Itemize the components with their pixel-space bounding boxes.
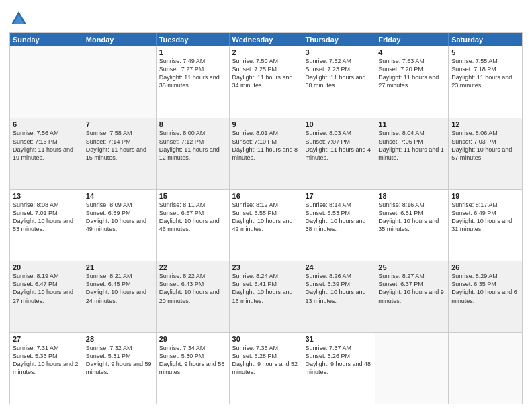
calendar-cell: 19Sunrise: 8:17 AM Sunset: 6:49 PM Dayli… xyxy=(449,190,522,261)
cell-info: Sunrise: 8:03 AM Sunset: 7:07 PM Dayligh… xyxy=(305,129,372,162)
day-number: 9 xyxy=(232,120,300,128)
cell-info: Sunrise: 8:14 AM Sunset: 6:53 PM Dayligh… xyxy=(305,201,372,234)
calendar-row: 13Sunrise: 8:08 AM Sunset: 7:01 PM Dayli… xyxy=(10,189,522,261)
calendar-cell: 16Sunrise: 8:12 AM Sunset: 6:55 PM Dayli… xyxy=(230,190,303,261)
day-number: 30 xyxy=(232,335,300,343)
calendar-row: 20Sunrise: 8:19 AM Sunset: 6:47 PM Dayli… xyxy=(10,261,522,332)
calendar-cell: 21Sunrise: 8:21 AM Sunset: 6:45 PM Dayli… xyxy=(83,261,157,332)
calendar-cell: 6Sunrise: 7:56 AM Sunset: 7:16 PM Daylig… xyxy=(10,118,83,189)
calendar-page: SundayMondayTuesdayWednesdayThursdayFrid… xyxy=(0,0,532,411)
calendar-cell: 13Sunrise: 8:08 AM Sunset: 7:01 PM Dayli… xyxy=(10,190,83,261)
cell-info: Sunrise: 7:49 AM Sunset: 7:27 PM Dayligh… xyxy=(159,57,226,90)
calendar-body: 1Sunrise: 7:49 AM Sunset: 7:27 PM Daylig… xyxy=(10,46,522,404)
day-number: 25 xyxy=(378,263,445,271)
calendar-cell: 7Sunrise: 7:58 AM Sunset: 7:14 PM Daylig… xyxy=(83,118,157,189)
calendar-cell: 12Sunrise: 8:06 AM Sunset: 7:03 PM Dayli… xyxy=(449,118,522,189)
calendar-cell: 4Sunrise: 7:53 AM Sunset: 7:20 PM Daylig… xyxy=(375,46,449,118)
page-header xyxy=(9,7,523,28)
calendar-cell: 1Sunrise: 7:49 AM Sunset: 7:27 PM Daylig… xyxy=(157,46,230,118)
calendar-cell: 29Sunrise: 7:34 AM Sunset: 5:30 PM Dayli… xyxy=(157,333,230,404)
cell-info: Sunrise: 7:31 AM Sunset: 5:33 PM Dayligh… xyxy=(13,344,80,377)
day-number: 1 xyxy=(159,48,226,56)
calendar-cell xyxy=(449,333,522,404)
day-number: 2 xyxy=(232,48,300,56)
calendar-cell: 9Sunrise: 8:01 AM Sunset: 7:10 PM Daylig… xyxy=(230,118,303,189)
cell-info: Sunrise: 8:26 AM Sunset: 6:39 PM Dayligh… xyxy=(305,272,372,305)
cell-info: Sunrise: 7:52 AM Sunset: 7:23 PM Dayligh… xyxy=(305,57,372,90)
logo xyxy=(9,9,31,28)
day-number: 3 xyxy=(305,48,372,56)
calendar-row: 1Sunrise: 7:49 AM Sunset: 7:27 PM Daylig… xyxy=(10,46,522,118)
day-number: 19 xyxy=(451,192,519,200)
cell-info: Sunrise: 7:32 AM Sunset: 5:31 PM Dayligh… xyxy=(86,344,153,377)
day-number: 5 xyxy=(451,48,519,56)
cell-info: Sunrise: 8:12 AM Sunset: 6:55 PM Dayligh… xyxy=(232,201,300,234)
calendar-cell: 8Sunrise: 8:00 AM Sunset: 7:12 PM Daylig… xyxy=(157,118,230,189)
day-number: 10 xyxy=(305,120,372,128)
cell-info: Sunrise: 8:22 AM Sunset: 6:43 PM Dayligh… xyxy=(159,272,226,305)
cell-info: Sunrise: 8:16 AM Sunset: 6:51 PM Dayligh… xyxy=(378,201,445,234)
calendar-cell xyxy=(10,46,83,118)
calendar-cell: 27Sunrise: 7:31 AM Sunset: 5:33 PM Dayli… xyxy=(10,333,83,404)
cell-info: Sunrise: 8:19 AM Sunset: 6:47 PM Dayligh… xyxy=(13,272,80,305)
calendar-cell: 17Sunrise: 8:14 AM Sunset: 6:53 PM Dayli… xyxy=(302,190,375,261)
day-number: 17 xyxy=(305,192,372,200)
cell-info: Sunrise: 7:58 AM Sunset: 7:14 PM Dayligh… xyxy=(86,129,153,162)
calendar-cell: 11Sunrise: 8:04 AM Sunset: 7:05 PM Dayli… xyxy=(375,118,449,189)
day-number: 24 xyxy=(305,263,372,271)
calendar-header: SundayMondayTuesdayWednesdayThursdayFrid… xyxy=(10,33,522,46)
day-number: 31 xyxy=(305,335,372,343)
calendar-cell: 24Sunrise: 8:26 AM Sunset: 6:39 PM Dayli… xyxy=(302,261,375,332)
calendar-row: 27Sunrise: 7:31 AM Sunset: 5:33 PM Dayli… xyxy=(10,332,522,404)
day-number: 6 xyxy=(13,120,80,128)
calendar-cell: 20Sunrise: 8:19 AM Sunset: 6:47 PM Dayli… xyxy=(10,261,83,332)
calendar-cell: 25Sunrise: 8:27 AM Sunset: 6:37 PM Dayli… xyxy=(375,261,449,332)
calendar-row: 6Sunrise: 7:56 AM Sunset: 7:16 PM Daylig… xyxy=(10,118,522,189)
cell-info: Sunrise: 7:56 AM Sunset: 7:16 PM Dayligh… xyxy=(13,129,80,162)
day-number: 26 xyxy=(451,263,519,271)
day-number: 11 xyxy=(378,120,445,128)
day-number: 8 xyxy=(159,120,226,128)
cell-info: Sunrise: 8:27 AM Sunset: 6:37 PM Dayligh… xyxy=(378,272,445,305)
cell-info: Sunrise: 8:09 AM Sunset: 6:59 PM Dayligh… xyxy=(86,201,153,234)
calendar-cell: 2Sunrise: 7:50 AM Sunset: 7:25 PM Daylig… xyxy=(230,46,303,118)
day-number: 13 xyxy=(13,192,80,200)
weekday-header: Tuesday xyxy=(157,33,230,46)
day-number: 28 xyxy=(86,335,153,343)
cell-info: Sunrise: 8:06 AM Sunset: 7:03 PM Dayligh… xyxy=(451,129,519,162)
day-number: 16 xyxy=(232,192,300,200)
day-number: 23 xyxy=(232,263,300,271)
cell-info: Sunrise: 8:08 AM Sunset: 7:01 PM Dayligh… xyxy=(13,201,80,234)
calendar-cell: 10Sunrise: 8:03 AM Sunset: 7:07 PM Dayli… xyxy=(302,118,375,189)
calendar-cell: 23Sunrise: 8:24 AM Sunset: 6:41 PM Dayli… xyxy=(230,261,303,332)
calendar-cell: 5Sunrise: 7:55 AM Sunset: 7:18 PM Daylig… xyxy=(449,46,522,118)
day-number: 4 xyxy=(378,48,445,56)
day-number: 18 xyxy=(378,192,445,200)
calendar-cell: 22Sunrise: 8:22 AM Sunset: 6:43 PM Dayli… xyxy=(157,261,230,332)
day-number: 22 xyxy=(159,263,226,271)
day-number: 7 xyxy=(86,120,153,128)
cell-info: Sunrise: 7:34 AM Sunset: 5:30 PM Dayligh… xyxy=(159,344,226,377)
weekday-header: Friday xyxy=(375,33,449,46)
calendar-cell: 3Sunrise: 7:52 AM Sunset: 7:23 PM Daylig… xyxy=(302,46,375,118)
calendar-cell xyxy=(375,333,449,404)
weekday-header: Thursday xyxy=(302,33,375,46)
calendar-cell: 14Sunrise: 8:09 AM Sunset: 6:59 PM Dayli… xyxy=(83,190,157,261)
day-number: 21 xyxy=(86,263,153,271)
cell-info: Sunrise: 8:01 AM Sunset: 7:10 PM Dayligh… xyxy=(232,129,300,162)
weekday-header: Wednesday xyxy=(230,33,303,46)
day-number: 15 xyxy=(159,192,226,200)
calendar: SundayMondayTuesdayWednesdayThursdayFrid… xyxy=(9,32,523,404)
cell-info: Sunrise: 8:11 AM Sunset: 6:57 PM Dayligh… xyxy=(159,201,226,234)
day-number: 27 xyxy=(13,335,80,343)
weekday-header: Sunday xyxy=(10,33,83,46)
weekday-header: Monday xyxy=(83,33,157,46)
cell-info: Sunrise: 8:17 AM Sunset: 6:49 PM Dayligh… xyxy=(451,201,519,234)
cell-info: Sunrise: 7:55 AM Sunset: 7:18 PM Dayligh… xyxy=(451,57,519,90)
day-number: 12 xyxy=(451,120,519,128)
cell-info: Sunrise: 7:50 AM Sunset: 7:25 PM Dayligh… xyxy=(232,57,300,90)
cell-info: Sunrise: 8:24 AM Sunset: 6:41 PM Dayligh… xyxy=(232,272,300,305)
cell-info: Sunrise: 8:29 AM Sunset: 6:35 PM Dayligh… xyxy=(451,272,519,305)
cell-info: Sunrise: 8:21 AM Sunset: 6:45 PM Dayligh… xyxy=(86,272,153,305)
day-number: 20 xyxy=(13,263,80,271)
